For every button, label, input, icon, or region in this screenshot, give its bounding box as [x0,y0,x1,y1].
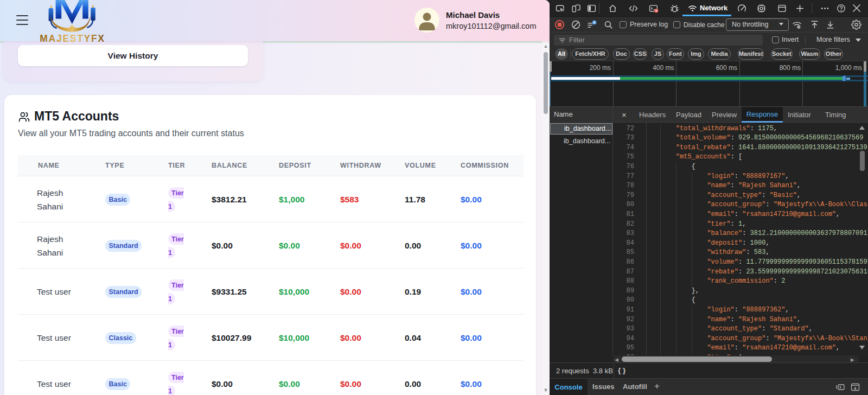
svg-text:MAJESTYFX: MAJESTYFX [40,33,105,44]
